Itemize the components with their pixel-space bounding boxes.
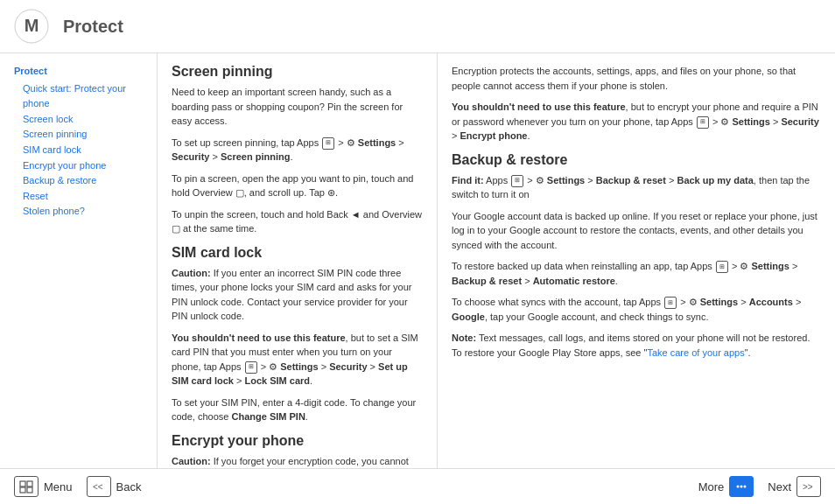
sidebar-item-simcardlock[interactable]: SIM card lock [14,143,143,158]
apps-icon-1: ⊞ [322,137,334,150]
apps-icon-3: ⊞ [697,116,709,129]
backup-restore-apps: To restore backed up data when reinstall… [452,259,821,288]
screen-pinning-unpin: To unpin the screen, touch and hold Back… [172,207,423,236]
more-label: More [698,480,725,494]
toolbar-left: Menu << Back [14,476,141,497]
svg-point-9 [744,486,747,488]
apps-icon-4: ⊞ [511,175,523,187]
encrypt-caution: Caution: If you forget your encryption c… [172,454,423,469]
sidebar: Protect Quick start: Protect your phone … [0,53,158,468]
menu-label: Menu [44,480,73,494]
apps-icon-5: ⊞ [716,261,728,273]
svg-text:<<: << [93,482,103,492]
motorola-logo: M [14,9,49,44]
screen-pinning-setup: To set up screen pinning, tap Apps ⊞ > ⚙… [172,136,423,164]
toolbar-right: More Next >> [698,476,821,497]
svg-rect-5 [27,487,32,493]
screen-pinning-intro: Need to keep an important screen handy, … [172,85,423,129]
content-area: Screen pinning Need to keep an important… [158,53,835,468]
back-button[interactable]: << Back [87,476,142,497]
screen-pinning-section: Screen pinning Need to keep an important… [172,64,423,236]
more-button[interactable]: More [698,476,754,497]
backup-google-desc: Your Google account data is backed up on… [452,209,821,253]
encrypt-feature: You shouldn't need to use this feature, … [452,100,821,144]
menu-icon [14,476,39,497]
main-container: Protect Quick start: Protect your phone … [0,53,835,468]
backup-note: Note: Text messages, call logs, and item… [452,331,821,360]
apps-icon-2: ⊞ [245,361,257,374]
care-of-apps-link[interactable]: Take care of your apps [647,347,744,358]
sidebar-item-reset[interactable]: Reset [14,189,143,205]
sidebar-item-quickstart[interactable]: Quick start: Protect your phone [14,81,143,112]
encrypt-heading: Encrypt your phone [172,433,423,449]
sidebar-item-backuprestore[interactable]: Backup & restore [14,173,143,189]
svg-point-7 [737,486,740,488]
menu-button[interactable]: Menu [14,476,73,497]
sidebar-item-encryptphone[interactable]: Encrypt your phone [14,158,143,174]
back-label: Back [116,480,142,494]
page-header: M Protect [0,0,835,53]
page-title: Protect [63,17,123,37]
more-icon [729,476,754,497]
sidebar-item-screenpinning[interactable]: Screen pinning [14,127,143,143]
svg-text:>>: >> [803,482,813,492]
next-button[interactable]: Next >> [768,476,821,497]
content-left: Screen pinning Need to keep an important… [158,53,438,468]
backup-heading: Backup & restore [452,152,821,168]
simcardlock-caution: Caution: If you enter an incorrect SIM P… [172,266,423,324]
screen-pinning-heading: Screen pinning [172,64,423,80]
back-icon: << [87,476,111,497]
backup-section: Backup & restore Find it: Apps ⊞ > ⚙ Set… [452,152,821,360]
next-label: Next [768,480,791,494]
simcardlock-feature: You shouldn't need to use this feature, … [172,331,423,388]
screen-pinning-pin: To pin a screen, open the app you want t… [172,172,423,200]
svg-rect-2 [20,481,25,486]
simcardlock-heading: SIM card lock [172,245,423,261]
backup-syncs: To choose what syncs with the account, t… [452,295,821,324]
backup-findit: Find it: Apps ⊞ > ⚙ Settings > Backup & … [452,173,821,202]
content-right: Encryption protects the accounts, settin… [438,53,835,468]
svg-text:M: M [25,16,39,35]
sidebar-item-screenlock[interactable]: Screen lock [14,112,143,128]
simcardlock-pin-change: To set your SIM PIN, enter a 4-digit cod… [172,396,423,424]
sidebar-item-protect[interactable]: Protect [14,64,143,80]
encrypt-section: Encrypt your phone Caution: If you forge… [172,433,423,469]
simcardlock-section: SIM card lock Caution: If you enter an i… [172,245,423,424]
next-icon: >> [796,476,821,497]
sidebar-item-stolenphone[interactable]: Stolen phone? [14,204,143,220]
svg-rect-4 [20,487,25,493]
svg-point-8 [740,486,743,488]
apps-icon-6: ⊞ [664,297,677,309]
encrypt-desc: Encryption protects the accounts, settin… [452,64,821,93]
svg-rect-3 [27,481,32,486]
bottom-toolbar: Menu << Back More Next [0,468,835,504]
